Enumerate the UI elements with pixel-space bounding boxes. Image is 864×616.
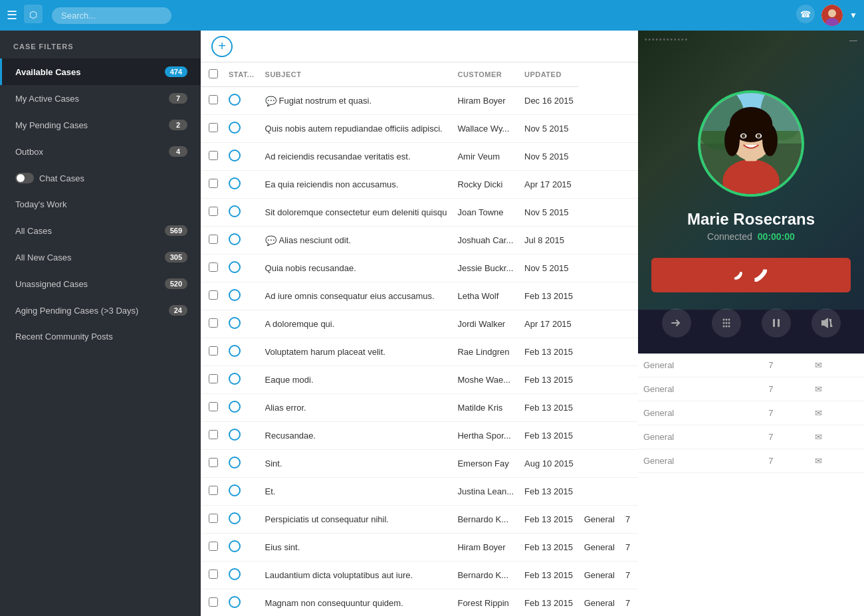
svg-point-30: [728, 326, 730, 328]
menu-icon[interactable]: ☰: [7, 8, 17, 23]
table-row[interactable]: Perspiciatis ut consequatur nihil.Bernar…: [201, 506, 638, 534]
table-row[interactable]: Sit doloremque consectetur eum deleniti …: [201, 199, 638, 227]
svg-point-24: [728, 319, 730, 321]
table-row[interactable]: Alias error.Matilde KrisFeb 13 2015: [201, 394, 638, 422]
call-connected-label: Connected: [707, 231, 752, 242]
row-checkbox[interactable]: [209, 290, 218, 300]
call-bottom-row: General7✉: [638, 425, 864, 449]
sidebar-item-available-cases[interactable]: Available Cases 474: [0, 58, 201, 85]
subject-cell: Magnam non consequuntur quidem.: [265, 598, 447, 608]
content-area: + STAT... SUBJECT CUSTOMER UPDATED 💬Fugi…: [201, 31, 638, 616]
customer-cell: Moshe Wae...: [452, 366, 519, 394]
new-case-button[interactable]: +: [211, 36, 233, 57]
table-row[interactable]: 💬Alias nesciunt odit.Joshuah Car...Jul 8…: [201, 227, 638, 255]
col-checkbox: [201, 62, 223, 87]
customer-cell: Matilde Kris: [452, 394, 519, 422]
phone-icon[interactable]: ☎: [796, 5, 815, 27]
call-panel-header: •••••••••••• —: [638, 31, 864, 51]
row-checkbox[interactable]: [209, 235, 218, 244]
table-row[interactable]: 💬Fugiat nostrum et quasi.Hiram BoyerDec …: [201, 87, 638, 115]
table-row[interactable]: Ad reiciendis recusandae veritatis est.A…: [201, 143, 638, 171]
table-row[interactable]: Laudantium dicta voluptatibus aut iure.B…: [201, 562, 638, 589]
call-controls: [638, 292, 864, 354]
row-checkbox[interactable]: [209, 179, 218, 188]
home-icon[interactable]: ⬡: [24, 5, 43, 27]
sidebar-item-chat-cases[interactable]: Chat Cases: [0, 165, 201, 191]
transfer-button[interactable]: [662, 308, 691, 338]
call-end-button[interactable]: [651, 258, 851, 292]
number-cell: 7: [620, 506, 635, 534]
table-row[interactable]: Eius sint.Hiram BoyerFeb 13 2015General7…: [201, 534, 638, 562]
table-row[interactable]: A doloremque qui.Jordi WalkerApr 17 2015: [201, 310, 638, 338]
table-row[interactable]: Eaque modi.Moshe Wae...Feb 13 2015: [201, 366, 638, 394]
sidebar-item-label: Today's Work: [15, 199, 187, 209]
sidebar-item-recent-community-posts[interactable]: Recent Community Posts: [0, 324, 201, 350]
updated-cell: Feb 13 2015: [519, 422, 579, 450]
sidebar-item-outbox[interactable]: Outbox 4: [0, 138, 201, 165]
table-row[interactable]: Voluptatem harum placeat velit.Rae Lindg…: [201, 338, 638, 366]
call-bottom-row: General7✉: [638, 377, 864, 401]
row-checkbox[interactable]: [209, 458, 218, 467]
sidebar-item-aging-pending-cases[interactable]: Aging Pending Cases (>3 Days) 24: [0, 297, 201, 324]
subject-text: Ad reiciendis recusandae veritatis est.: [265, 152, 411, 161]
row-checkbox[interactable]: [209, 207, 218, 216]
row-checkbox[interactable]: [209, 569, 218, 579]
svg-point-23: [725, 319, 727, 321]
subject-cell: Voluptatem harum placeat velit.: [265, 347, 447, 357]
row-checkbox[interactable]: [209, 430, 218, 439]
row-checkbox[interactable]: [209, 514, 218, 523]
select-all-checkbox[interactable]: [209, 69, 218, 78]
table-row[interactable]: Magnam non consequuntur quidem.Forest Ri…: [201, 589, 638, 617]
minimize-icon[interactable]: —: [849, 36, 857, 45]
table-row[interactable]: Quis nobis autem repudiandae officiis ad…: [201, 115, 638, 143]
sidebar-item-my-active-cases[interactable]: My Active Cases 7: [0, 85, 201, 112]
status-dot: [229, 512, 241, 524]
row-checkbox[interactable]: [209, 402, 218, 411]
hold-button[interactable]: [762, 308, 791, 338]
customer-cell: Emerson Fay: [452, 450, 519, 478]
row-checkbox[interactable]: [209, 262, 218, 272]
table-row[interactable]: Recusandae.Hertha Spor...Feb 13 2015: [201, 422, 638, 450]
table-row[interactable]: Quia nobis recusandae.Jessie Buckr...Nov…: [201, 255, 638, 282]
subject-cell: Eius sint.: [265, 542, 447, 552]
row-checkbox[interactable]: [209, 95, 218, 104]
sidebar-item-all-cases[interactable]: All Cases 569: [0, 217, 201, 244]
subject-cell: Ea quia reiciendis non accusamus.: [265, 179, 447, 189]
svg-point-21: [757, 134, 761, 138]
subject-text: Alias error.: [265, 403, 306, 413]
table-row[interactable]: Et.Justina Lean...Feb 13 2015: [201, 478, 638, 506]
row-checkbox[interactable]: [209, 542, 218, 551]
mute-button[interactable]: [811, 308, 841, 338]
table-row[interactable]: Sint.Emerson FayAug 10 2015: [201, 450, 638, 478]
sidebar-item-todays-work[interactable]: Today's Work: [0, 191, 201, 217]
row-checkbox[interactable]: [209, 346, 218, 356]
updated-cell: Feb 13 2015: [519, 366, 579, 394]
table-row[interactable]: Ad iure omnis consequatur eius accusamus…: [201, 282, 638, 310]
sidebar-item-label: My Pending Cases: [15, 120, 169, 130]
dialpad-button[interactable]: [712, 308, 741, 338]
sidebar-item-all-new-cases[interactable]: All New Cases 305: [0, 244, 201, 270]
call-panel: •••••••••••• —: [638, 31, 864, 616]
row-checkbox[interactable]: [209, 597, 218, 607]
row-checkbox[interactable]: [209, 123, 218, 132]
avatar[interactable]: [821, 5, 843, 26]
sidebar-item-my-pending-cases[interactable]: My Pending Cases 2: [0, 112, 201, 138]
main-body: CASE FILTERS Available Cases 474 My Acti…: [0, 31, 864, 616]
status-dot: [229, 233, 241, 245]
svg-rect-32: [778, 319, 780, 327]
row-checkbox[interactable]: [209, 151, 218, 160]
chevron-down-icon[interactable]: ▼: [849, 11, 857, 20]
updated-cell: Nov 5 2015: [519, 115, 579, 143]
sidebar-item-unassigned-cases[interactable]: Unassigned Cases 520: [0, 270, 201, 297]
sidebar-item-label: Aging Pending Cases (>3 Days): [15, 306, 169, 316]
row-checkbox[interactable]: [209, 374, 218, 383]
call-avatar-image: [701, 90, 802, 197]
row-checkbox[interactable]: [209, 486, 218, 495]
chat-cases-toggle[interactable]: [15, 173, 34, 183]
subject-text: Quis nobis autem repudiandae officiis ad…: [265, 124, 443, 134]
table-row[interactable]: Ea quia reiciendis non accusamus.Rocky D…: [201, 171, 638, 199]
updated-cell: Feb 13 2015: [519, 394, 579, 422]
updated-cell: Feb 13 2015: [519, 506, 579, 534]
row-checkbox[interactable]: [209, 318, 218, 328]
search-input[interactable]: [52, 7, 171, 24]
